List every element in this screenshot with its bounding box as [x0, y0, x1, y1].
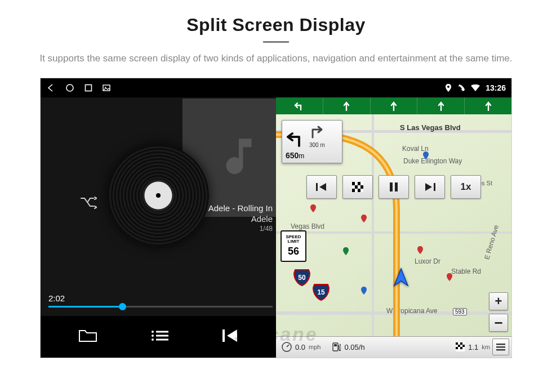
svg-rect-17: [360, 185, 363, 189]
poi-pin-icon[interactable]: [360, 215, 367, 224]
clock-text: 13:26: [486, 83, 506, 92]
track-index: 1/48: [208, 225, 273, 233]
svg-rect-22: [434, 183, 435, 191]
vehicle-cursor-icon: [391, 268, 411, 288]
road-label: E Reno Ave: [483, 224, 500, 260]
open-folder-button[interactable]: [78, 328, 97, 345]
map-bottom-bar: 0.0 mph 0.05/h 1.1 km: [276, 336, 511, 358]
road-label: W Tropicana Ave: [386, 307, 438, 315]
svg-rect-11: [222, 329, 225, 342]
shield-number: 15: [312, 283, 330, 301]
map-playback-controls: 1x: [276, 175, 511, 199]
svg-rect-30: [462, 345, 465, 347]
spinning-disc: [108, 145, 209, 246]
zoom-in-button[interactable]: +: [489, 292, 508, 310]
maneuver-distance-unit: m: [299, 152, 304, 160]
android-statusbar: 13:26: [41, 78, 511, 97]
svg-rect-8: [156, 335, 168, 336]
next-maneuver-panel: 300 m 650m: [282, 120, 342, 163]
map-menu-button[interactable]: [492, 338, 509, 355]
lane-left-turn-icon: [276, 97, 323, 114]
poi-pin-icon[interactable]: [360, 287, 367, 296]
svg-rect-18: [352, 189, 355, 192]
device-frame: 13:26 Adele - Rolling In Adele 1/48: [41, 78, 511, 358]
poi-pin-icon[interactable]: [422, 152, 429, 161]
back-icon[interactable]: [46, 83, 55, 92]
previous-track-button[interactable]: [222, 328, 238, 345]
lane-guidance-bar: [276, 97, 511, 114]
turn-left-icon: [286, 129, 305, 148]
zoom-out-button[interactable]: −: [489, 314, 508, 332]
svg-rect-10: [156, 338, 168, 340]
lane-straight-icon: [323, 97, 371, 114]
music-app-pane: Adele - Rolling In Adele 1/48 2:02: [41, 97, 276, 358]
svg-point-9: [152, 338, 154, 341]
svg-point-0: [66, 84, 73, 91]
svg-rect-6: [156, 331, 168, 332]
svg-rect-34: [496, 346, 505, 348]
lane-straight-icon: [465, 97, 511, 114]
track-title: Adele - Rolling In: [208, 203, 273, 213]
elapsed-time: 2:02: [48, 293, 65, 303]
road-label: S Las Vegas Blvd: [400, 123, 461, 132]
maneuver-distance-value: 650: [286, 151, 299, 160]
svg-rect-12: [316, 183, 318, 191]
speed-value: 0.0: [295, 343, 305, 351]
svg-point-5: [152, 331, 154, 333]
track-artist: Adele: [208, 214, 273, 224]
svg-rect-25: [334, 344, 337, 346]
road-label: Stable Rd: [451, 268, 481, 275]
svg-rect-35: [496, 349, 505, 350]
svg-rect-33: [496, 344, 505, 345]
speed-label-bottom: LIMIT: [288, 239, 300, 244]
speed-limit-sign: SPEED LIMIT 56: [281, 230, 306, 262]
svg-rect-28: [460, 342, 462, 345]
speed-unit: mph: [309, 344, 320, 350]
location-icon: [445, 84, 452, 92]
poi-pin-icon[interactable]: [342, 247, 349, 256]
playback-progress[interactable]: 2:02: [41, 293, 276, 316]
svg-rect-15: [358, 182, 360, 185]
page-title: Split Screen Display: [23, 15, 529, 35]
home-icon[interactable]: [65, 83, 74, 92]
notification-image-icon[interactable]: [103, 84, 110, 92]
recent-apps-icon[interactable]: [84, 84, 92, 92]
svg-rect-16: [355, 185, 358, 189]
fuel-icon: [332, 342, 341, 352]
navigation-app-pane: S Las Vegas Blvd Koval Ln Duke Ellington…: [276, 97, 511, 358]
svg-rect-31: [456, 347, 458, 349]
road-label: Luxor Dr: [415, 257, 440, 265]
lane-straight-icon: [417, 97, 465, 114]
svg-rect-20: [390, 182, 393, 191]
phone-icon: [457, 84, 465, 92]
svg-rect-19: [358, 189, 360, 192]
poi-pin-icon[interactable]: [446, 273, 453, 282]
then-right-icon: [309, 124, 324, 139]
playback-speed-button[interactable]: 1x: [451, 175, 481, 199]
svg-rect-1: [86, 84, 92, 91]
pause-button[interactable]: [379, 175, 409, 199]
remaining-distance-unit: km: [482, 344, 490, 350]
route-shield: 50: [293, 269, 311, 287]
speedometer-icon: [282, 342, 292, 352]
svg-rect-29: [458, 345, 460, 347]
svg-rect-14: [352, 182, 355, 185]
exit-number-tag: 593: [453, 308, 467, 315]
road-label: Vegas Blvd: [291, 222, 324, 230]
poi-pin-icon[interactable]: [417, 246, 424, 255]
fuel-rate: 0.05/h: [344, 343, 364, 351]
then-distance: 300 m: [309, 142, 325, 148]
title-divider: [263, 41, 289, 43]
checkered-flag-icon: [456, 342, 465, 351]
checkered-start-button[interactable]: [342, 175, 373, 199]
poi-pin-icon[interactable]: [310, 204, 317, 213]
svg-point-7: [152, 335, 154, 337]
speed-limit-value: 56: [288, 246, 299, 257]
skip-forward-button[interactable]: [415, 175, 445, 199]
skip-back-button[interactable]: [306, 175, 337, 199]
playlist-button[interactable]: [151, 329, 169, 344]
shield-number: 50: [293, 269, 311, 287]
shuffle-icon[interactable]: [80, 195, 97, 211]
lane-straight-icon: [371, 97, 418, 114]
svg-rect-27: [456, 342, 458, 345]
